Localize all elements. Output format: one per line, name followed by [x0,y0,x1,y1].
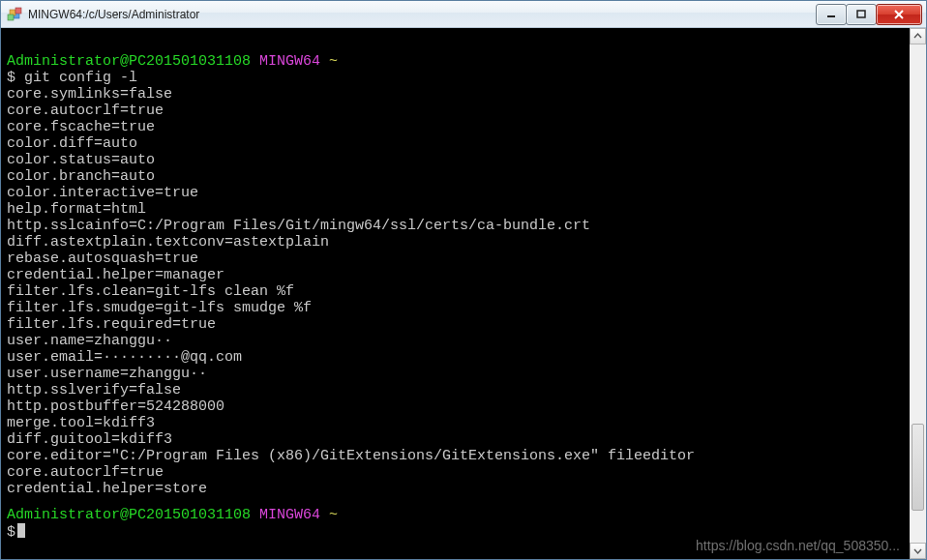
svg-rect-3 [15,8,21,14]
output-line: color.branch=auto [7,168,910,185]
maximize-button[interactable] [846,4,877,25]
output-line: user.name=zhanggu·· [7,333,910,349]
output-line: http.postbuffer=524288000 [7,398,910,415]
maximize-icon [856,10,866,19]
output-line: diff.guitool=kdiff3 [7,431,910,448]
app-icon [7,7,22,22]
output-line: core.autocrlf=true [7,103,910,119]
title-bar[interactable]: MINGW64:/c/Users/Administrator [1,1,926,28]
output-line: rebase.autosquash=true [7,251,910,267]
output-line: filter.lfs.smudge=git-lfs smudge %f [7,300,910,316]
output-line: core.autocrlf=true [7,464,910,481]
chevron-down-icon [913,545,922,558]
minimize-icon [826,10,836,19]
close-icon [893,10,905,19]
prompt-line: Administrator@PC201501031108 MINGW64 ~ [7,507,910,523]
window-title: MINGW64:/c/Users/Administrator [28,8,817,21]
scroll-down-button[interactable] [910,543,926,559]
output-line: filter.lfs.required=true [7,316,910,333]
scrollbar-vertical[interactable] [910,28,926,559]
output-line: merge.tool=kdiff3 [7,415,910,431]
scroll-up-button[interactable] [910,28,926,44]
terminal-output: Administrator@PC201501031108 MINGW64 ~$ … [7,53,910,541]
svg-rect-5 [857,11,865,17]
output-line: core.editor="C:/Program Files (x86)/GitE… [7,448,910,464]
output-line: http.sslcainfo=C:/Program Files/Git/ming… [7,218,910,234]
output-line: user.email=·········@qq.com [7,349,910,366]
output-line: color.diff=auto [7,135,910,152]
minimize-button[interactable] [816,4,847,25]
output-line: credential.helper=manager [7,267,910,283]
output-line: filter.lfs.clean=git-lfs clean %f [7,283,910,300]
command-line: $ git config -l [7,70,910,86]
scroll-thumb[interactable] [912,424,924,511]
window-controls [817,4,922,25]
prompt-line: Administrator@PC201501031108 MINGW64 ~ [7,53,910,70]
output-line: diff.astextplain.textconv=astextplain [7,234,910,251]
output-line: color.status=auto [7,152,910,168]
output-line: color.interactive=true [7,185,910,201]
cursor [17,523,25,538]
client-area: Administrator@PC201501031108 MINGW64 ~$ … [1,28,926,559]
scroll-track[interactable] [910,44,926,543]
output-line: core.symlinks=false [7,86,910,103]
output-line: http.sslverify=false [7,382,910,398]
output-line: credential.helper=store [7,481,910,497]
output-line: user.username=zhanggu·· [7,366,910,382]
chevron-up-icon [913,30,922,44]
close-button[interactable] [876,4,922,25]
terminal[interactable]: Administrator@PC201501031108 MINGW64 ~$ … [1,28,910,559]
window-frame: MINGW64:/c/Users/Administrator Administr [0,0,927,560]
svg-rect-2 [8,15,14,20]
command-line: $ [7,523,910,541]
output-line: help.format=html [7,201,910,218]
output-line: core.fscache=true [7,119,910,135]
